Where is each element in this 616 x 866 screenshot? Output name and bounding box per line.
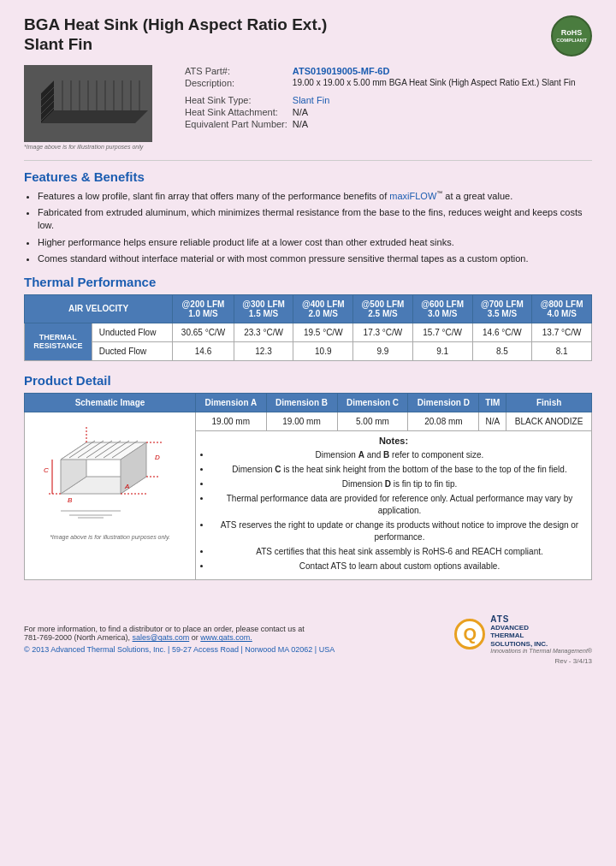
air-velocity-header: AIR VELOCITY: [25, 294, 173, 323]
product-image-svg: [28, 68, 148, 140]
svg-text:B: B: [68, 496, 73, 504]
thermal-section: Thermal Performance AIR VELOCITY @200 LF…: [24, 275, 592, 361]
product-detail-title: Product Detail: [24, 373, 592, 388]
product-image: [24, 65, 152, 142]
ats-name-2: THERMAL: [490, 632, 592, 640]
schematic-header: Schematic Image: [25, 393, 196, 412]
dim-c-header: Dimension C: [337, 393, 408, 412]
website-link[interactable]: www.qats.com.: [200, 633, 252, 642]
ducted-row: Ducted Flow 14.6 12.3 10.9 9.9 9.1 8.5 8…: [25, 341, 592, 360]
features-section: Features & Benefits Features a low profi…: [24, 169, 592, 266]
notes-cell: Notes: Dimension A and B refer to compon…: [196, 430, 592, 579]
thermal-header-row: AIR VELOCITY @200 LFM 1.0 M/S @300 LFM 1…: [25, 294, 592, 323]
title-block: BGA Heat Sink (High Aspect Ratio Ext.) S…: [24, 15, 327, 55]
page: BGA Heat Sink (High Aspect Ratio Ext.) S…: [0, 0, 616, 673]
product-header-row: Schematic Image Dimension A Dimension B …: [25, 393, 592, 412]
product-detail-section: Product Detail Schematic Image Dimension…: [24, 373, 592, 580]
note-5: ATS reserves the right to update or chan…: [211, 519, 588, 543]
unducted-val-2: 23.3 °C/W: [234, 323, 293, 341]
schematic-svg: A B C D: [35, 417, 185, 528]
feature-item-1: Features a low profile, slant fin array …: [38, 189, 592, 203]
note-4: Thermal performance data are provided fo…: [211, 493, 588, 517]
ats-big: ATS: [490, 614, 592, 624]
note-6: ATS certifies that this heat sink assemb…: [211, 546, 588, 558]
unducted-row: THERMALRESISTANCE Unducted Flow 30.65 °C…: [25, 323, 592, 341]
description-label: Description:: [185, 77, 293, 89]
col-700lfm: @700 LFM 3.5 M/S: [472, 294, 532, 323]
notes-list: Dimension A and B refer to component siz…: [211, 449, 588, 572]
col-500lfm: @500 LFM 2.5 M/S: [353, 294, 413, 323]
dim-b-header: Dimension B: [266, 393, 337, 412]
ats-part-value: ATS019019005-MF-6D: [293, 65, 581, 77]
schematic-caption: *Image above is for illustration purpose…: [25, 532, 195, 542]
ducted-val-7: 8.1: [532, 341, 592, 360]
heat-sink-attachment-row: Heat Sink Attachment: N/A: [185, 106, 581, 118]
unducted-label: Unducted Flow: [92, 323, 173, 341]
ducted-val-2: 12.3: [234, 341, 293, 360]
svg-marker-2: [54, 80, 148, 110]
thermal-table-wrap: AIR VELOCITY @200 LFM 1.0 M/S @300 LFM 1…: [24, 294, 592, 361]
ats-part-label: ATS Part#:: [185, 65, 293, 77]
ats-tagline: Innovations in Thermal Management®: [490, 648, 592, 654]
email-link[interactable]: sales@qats.com: [133, 633, 190, 642]
footer-copyright: © 2013 Advanced Thermal Solutions, Inc. …: [24, 645, 335, 654]
note-1: Dimension A and B refer to component siz…: [211, 449, 588, 461]
equivalent-part-value: N/A: [293, 118, 581, 130]
col-800lfm: @800 LFM 4.0 M/S: [532, 294, 592, 323]
feature-item-3: Higher performance helps ensure reliable…: [38, 236, 592, 249]
image-caption: *Image above is for illustration purpose…: [24, 144, 143, 150]
heat-sink-type-label: Heat Sink Type:: [185, 94, 293, 106]
ducted-val-6: 8.5: [472, 341, 532, 360]
col-400lfm: @400 LFM 2.0 M/S: [293, 294, 353, 323]
features-title: Features & Benefits: [24, 169, 592, 184]
unducted-val-5: 15.7 °C/W: [412, 323, 472, 341]
heat-sink-attachment-label: Heat Sink Attachment:: [185, 106, 293, 118]
page-number: Rev - 3/4/13: [24, 657, 592, 665]
svg-text:C: C: [44, 466, 49, 474]
thermal-table: AIR VELOCITY @200 LFM 1.0 M/S @300 LFM 1…: [24, 294, 592, 361]
ducted-val-1: 14.6: [173, 341, 234, 360]
heat-sink-attachment-value: N/A: [293, 106, 581, 118]
footer-left: For more information, to find a distribu…: [24, 625, 335, 654]
schematic-cell: A B C D: [25, 412, 196, 579]
unducted-val-6: 14.6 °C/W: [472, 323, 532, 341]
unducted-val-1: 30.65 °C/W: [173, 323, 234, 341]
dim-a-value: 19.00 mm: [196, 412, 267, 430]
dim-d-header: Dimension D: [408, 393, 479, 412]
feature-item-2: Fabricated from extruded aluminum, which…: [38, 206, 592, 233]
divider-1: [24, 160, 592, 161]
col-300lfm: @300 LFM 1.5 M/S: [234, 294, 293, 323]
schematic-image-box: A B C D: [25, 412, 194, 532]
dim-a-header: Dimension A: [196, 393, 267, 412]
part-details: ATS Part#: ATS019019005-MF-6D Descriptio…: [185, 65, 592, 130]
part-info-section: *Image above is for illustration purpose…: [24, 65, 592, 150]
svg-text:A: A: [124, 483, 129, 490]
note-3: Dimension D is fin tip to fin tip.: [211, 478, 588, 490]
ats-q-icon: Q: [454, 619, 485, 650]
description-row: Description: 19.00 x 19.00 x 5.00 mm BGA…: [185, 77, 581, 89]
ats-name-3: SOLUTIONS, INC.: [490, 640, 592, 649]
notes-title: Notes:: [199, 436, 588, 446]
dim-d-value: 20.08 mm: [408, 412, 479, 430]
maxiflow-link[interactable]: maxiFLOW: [389, 191, 436, 201]
rohs-badge: RoHS COMPLIANT: [551, 15, 592, 56]
footer: For more information, to find a distribu…: [24, 606, 592, 655]
ats-name-1: ADVANCED: [490, 624, 592, 632]
ducted-val-3: 10.9: [293, 341, 353, 360]
unducted-val-3: 19.5 °C/W: [293, 323, 353, 341]
unducted-val-7: 13.7 °C/W: [532, 323, 592, 341]
equivalent-part-row: Equivalent Part Number: N/A: [185, 118, 581, 130]
ducted-label: Ducted Flow: [92, 341, 173, 360]
part-number-row: ATS Part#: ATS019019005-MF-6D: [185, 65, 581, 77]
page-title: BGA Heat Sink (High Aspect Ratio Ext.) S…: [24, 15, 327, 55]
note-7: Contact ATS to learn about custom option…: [211, 561, 588, 572]
col-200lfm: @200 LFM 1.0 M/S: [173, 294, 234, 323]
finish-header: Finish: [506, 393, 592, 412]
svg-marker-0: [41, 110, 148, 123]
finish-value: BLACK ANODIZE: [506, 412, 592, 430]
feature-item-4: Comes standard without interface materia…: [38, 252, 592, 265]
thermal-title: Thermal Performance: [24, 275, 592, 289]
features-list: Features a low profile, slant fin array …: [38, 189, 592, 266]
svg-text:D: D: [155, 454, 160, 461]
col-600lfm: @600 LFM 3.0 M/S: [412, 294, 472, 323]
